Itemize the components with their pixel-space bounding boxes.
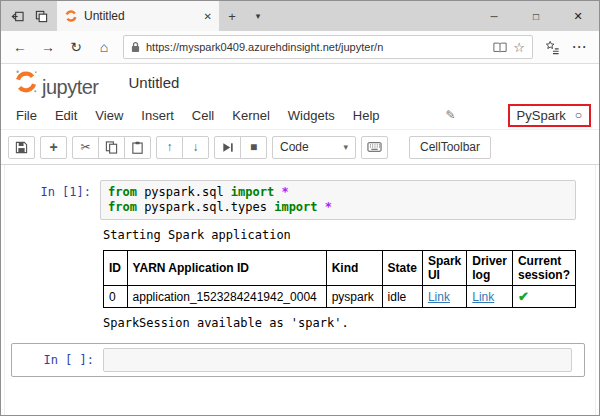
- col-header-yarn-app-id: YARN Application ID: [127, 251, 326, 286]
- output-session-text: SparkSession available as 'spark'.: [101, 316, 576, 331]
- cell-type-value: Code: [280, 140, 309, 154]
- copy-cell-button[interactable]: [98, 136, 125, 159]
- jupyter-wordmark: jupyter: [42, 76, 99, 98]
- jupyter-favicon: [64, 9, 78, 23]
- jupyter-header: jupyter Untitled: [1, 64, 599, 101]
- notebook-toolbar: + ✂ ↑ ↓ ■ Code ▾: [1, 130, 599, 165]
- kernel-indicator-highlight[interactable]: PySpark ○: [508, 104, 591, 127]
- home-button[interactable]: ⌂: [91, 34, 117, 60]
- save-button[interactable]: [8, 136, 35, 159]
- cell-id: 0: [104, 286, 128, 308]
- cell-output: Starting Spark application ID YARN Appli…: [101, 228, 576, 331]
- code-input[interactable]: from pyspark.sql import * from pyspark.s…: [100, 180, 576, 220]
- hub-icon[interactable]: [539, 34, 565, 60]
- code-line: from pyspark.sql import *: [108, 185, 568, 200]
- col-header-driver-log: Driver log: [467, 251, 513, 286]
- back-button[interactable]: ←: [7, 34, 33, 60]
- reading-view-icon[interactable]: [493, 42, 507, 53]
- set-tabs-aside-icon[interactable]: [5, 1, 29, 31]
- code-line: from pyspark.sql.types import *: [108, 200, 568, 215]
- cell-spark-ui: Link: [422, 286, 466, 308]
- notebook-title[interactable]: Untitled: [129, 74, 180, 91]
- menu-file[interactable]: File: [7, 108, 46, 123]
- forward-button[interactable]: →: [35, 34, 61, 60]
- new-tab-button[interactable]: +: [219, 1, 245, 31]
- interrupt-kernel-button[interactable]: ■: [240, 136, 267, 159]
- command-palette-keyboard-button[interactable]: [361, 136, 388, 159]
- cut-cell-button[interactable]: ✂: [72, 136, 99, 159]
- menu-view[interactable]: View: [86, 108, 132, 123]
- tabs-preview-icon[interactable]: [29, 1, 53, 31]
- col-header-spark-ui: Spark UI: [422, 251, 466, 286]
- url-text[interactable]: https://myspark0409.azurehdinsight.net/j…: [146, 41, 487, 53]
- kernel-idle-icon: ○: [575, 108, 582, 122]
- close-button[interactable]: ✕: [557, 1, 599, 31]
- browser-window: Untitled ✕ + ▾ ─ □ ✕ ← → ↻ ⌂ https://mys…: [0, 0, 600, 416]
- menu-help[interactable]: Help: [344, 108, 389, 123]
- menu-edit[interactable]: Edit: [46, 108, 86, 123]
- cell-type-select[interactable]: Code ▾: [272, 136, 356, 159]
- col-header-kind: Kind: [326, 251, 382, 286]
- cell-driver-log: Link: [467, 286, 513, 308]
- lock-icon: [131, 41, 140, 53]
- code-cell-1[interactable]: In [1]: from pyspark.sql import * from p…: [5, 180, 595, 220]
- menu-kernel[interactable]: Kernel: [223, 108, 279, 123]
- browser-titlebar: Untitled ✕ + ▾ ─ □ ✕: [1, 1, 599, 31]
- refresh-button[interactable]: ↻: [63, 34, 89, 60]
- run-cell-button[interactable]: [214, 136, 241, 159]
- table-row: 0 application_1523284241942_0004 pyspark…: [104, 286, 576, 308]
- menu-widgets[interactable]: Widgets: [279, 108, 344, 123]
- cell-app-id: application_1523284241942_0004: [127, 286, 326, 308]
- cell-kind: pyspark: [326, 286, 382, 308]
- menubar-right: ✎ PySpark ○: [446, 104, 593, 127]
- spark-ui-link[interactable]: Link: [428, 290, 450, 304]
- menu-insert[interactable]: Insert: [132, 108, 183, 123]
- insert-cell-button[interactable]: +: [40, 136, 67, 159]
- session-check-icon: ✔: [512, 286, 575, 308]
- kernel-name: PySpark: [517, 108, 566, 123]
- notebook-content: In [1]: from pyspark.sql import * from p…: [4, 165, 596, 415]
- edit-mode-pencil-icon: ✎: [446, 108, 456, 122]
- jupyter-logo[interactable]: jupyter: [13, 68, 99, 98]
- tab-title: Untitled: [84, 9, 198, 23]
- col-header-state: State: [382, 251, 422, 286]
- add-favorite-star-icon[interactable]: ☆: [513, 40, 525, 55]
- col-header-current-session: Current session?: [512, 251, 575, 286]
- move-cell-down-button[interactable]: ↓: [182, 136, 209, 159]
- browser-navbar: ← → ↻ ⌂ https://myspark0409.azurehdinsig…: [1, 31, 599, 64]
- minimize-button[interactable]: ─: [473, 1, 515, 31]
- move-cell-up-button[interactable]: ↑: [156, 136, 183, 159]
- output-status-text: Starting Spark application: [101, 228, 576, 243]
- empty-code-input[interactable]: [103, 348, 572, 372]
- col-header-id: ID: [104, 251, 128, 286]
- browser-tab[interactable]: Untitled ✕: [57, 1, 219, 31]
- paste-cell-button[interactable]: [124, 136, 151, 159]
- menu-cell[interactable]: Cell: [183, 108, 223, 123]
- cell-state: idle: [382, 286, 422, 308]
- chevron-down-icon: ▾: [343, 142, 348, 152]
- jupyter-logo-icon: [13, 68, 39, 98]
- table-header-row: ID YARN Application ID Kind State Spark …: [104, 251, 576, 286]
- input-prompt: In [1]:: [5, 180, 100, 199]
- driver-log-link[interactable]: Link: [472, 290, 494, 304]
- maximize-button[interactable]: □: [515, 1, 557, 31]
- code-cell-2-selected[interactable]: In [ ]:: [11, 343, 585, 377]
- cell-toolbar-button[interactable]: CellToolbar: [409, 136, 491, 159]
- tab-close-icon[interactable]: ✕: [204, 11, 212, 22]
- spark-session-table: ID YARN Application ID Kind State Spark …: [103, 250, 576, 308]
- tab-actions-chevron-icon[interactable]: ▾: [245, 1, 271, 31]
- address-bar[interactable]: https://myspark0409.azurehdinsight.net/j…: [123, 35, 533, 59]
- input-prompt: In [ ]:: [15, 348, 103, 367]
- window-controls: ─ □ ✕: [473, 1, 599, 31]
- more-options-icon[interactable]: ···: [567, 34, 593, 60]
- notebook-menubar: File Edit View Insert Cell Kernel Widget…: [1, 101, 599, 130]
